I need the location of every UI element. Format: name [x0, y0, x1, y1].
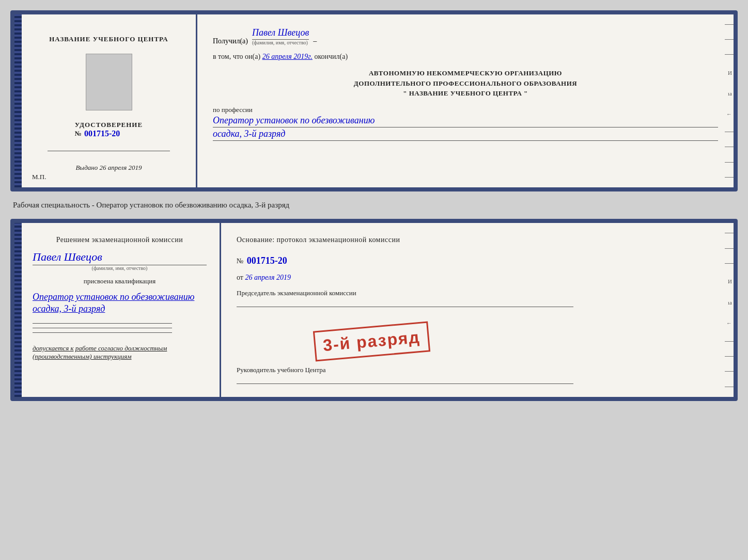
line-separator-1 — [48, 151, 170, 151]
chairman-label: Председатель экзаменационной комиссии — [237, 289, 718, 297]
person-name: Павел Швецов — [33, 250, 207, 265]
dash-1: – — [313, 37, 317, 45]
date-prefix: от — [237, 274, 243, 281]
rank-value-2: осадка, 3-й разряд — [33, 303, 207, 314]
right-edge-decoration-2: И ıа ← — [723, 223, 734, 397]
org-line3: " НАЗВАНИЕ УЧЕБНОГО ЦЕНТРА " — [213, 88, 718, 99]
person-subtext: (фамилия, имя, отчество) — [33, 265, 207, 271]
left-binding-1 — [14, 14, 22, 187]
photo-placeholder — [86, 54, 132, 110]
confirm-suffix: окончил(а) — [314, 53, 348, 60]
cert-label: УДОСТОВЕРЕНИЕ — [75, 121, 143, 129]
director-label: Руководитель учебного Центра — [237, 366, 718, 374]
director-sig-line — [237, 383, 573, 384]
confirm-prefix: в том, что он(а) — [213, 53, 260, 60]
doc2-right-panel: Основание: протокол экзаменационной коми… — [221, 223, 734, 397]
stamp: 3-й разряд — [313, 321, 430, 361]
допускается-prefix: допускается к — [33, 344, 74, 352]
issued-date-value: 26 апреля 2019 — [99, 164, 142, 171]
org-line2: ДОПОЛНИТЕЛЬНОГО ПРОФЕССИОНАЛЬНОГО ОБРАЗО… — [213, 78, 718, 89]
cert-prefix: № — [75, 130, 82, 138]
recipient-name-wrapper: Павел Швецов (фамилия, имя, отчество) — [252, 27, 309, 45]
doc1-training-center-title: НАЗВАНИЕ УЧЕБНОГО ЦЕНТРА — [49, 35, 168, 43]
recipient-subtext: (фамилия, имя, отчество) — [252, 40, 308, 45]
commission-title: Решением экзаменационной комиссии — [33, 236, 207, 244]
recipient-name: Павел Швецов — [252, 27, 309, 40]
protocol-prefix: № — [237, 257, 244, 265]
rank-value-1: осадка, 3-й разряд — [213, 129, 718, 141]
certificate-card-2: Решением экзаменационной комиссии Павел … — [10, 219, 738, 401]
basis-title: Основание: протокол экзаменационной коми… — [237, 236, 718, 244]
qualification-value: Оператор установок по обезвоживанию — [33, 292, 207, 302]
cert-number-block: УДОСТОВЕРЕНИЕ № 001715-20 — [75, 121, 143, 138]
protocol-date-block: от 26 апреля 2019 — [237, 274, 718, 282]
org-line1: АВТОНОМНУЮ НЕКОММЕРЧЕСКУЮ ОРГАНИЗАЦИЮ — [213, 68, 718, 78]
certificate-card-1: НАЗВАНИЕ УЧЕБНОГО ЦЕНТРА УДОСТОВЕРЕНИЕ №… — [10, 10, 738, 191]
protocol-date: 26 апреля 2019 — [245, 274, 290, 281]
confirm-date: 26 апреля 2019г. — [262, 53, 313, 60]
received-label: Получил(а) — [213, 37, 248, 45]
issued-label: Выдано — [75, 164, 98, 171]
confirm-line: в том, что он(а) 26 апреля 2019г. окончи… — [213, 53, 718, 61]
qualification-label: присвоена квалификация — [33, 277, 207, 285]
signature-lines-left — [33, 323, 207, 333]
profession-label: по профессии — [213, 106, 718, 114]
mp-label: М.П. — [32, 173, 46, 181]
допускается-block: допускается к работе согласно должностны… — [33, 344, 207, 361]
doc1-left-panel: НАЗВАНИЕ УЧЕБНОГО ЦЕНТРА УДОСТОВЕРЕНИЕ №… — [22, 14, 197, 187]
qualification-block: Оператор установок по обезвоживанию осад… — [33, 292, 207, 314]
doc1-right-panel: Получил(а) Павел Швецов (фамилия, имя, о… — [197, 14, 734, 187]
specialty-text: Рабочая специальность - Оператор установ… — [10, 201, 738, 210]
protocol-number: 001715-20 — [247, 255, 287, 266]
doc2-left-panel: Решением экзаменационной комиссии Павел … — [14, 223, 221, 397]
profession-block: по профессии Оператор установок по обезв… — [213, 106, 718, 141]
stamp-text: 3-й разряд — [322, 328, 421, 355]
chairman-sig-line — [237, 307, 573, 307]
org-block: АВТОНОМНУЮ НЕКОММЕРЧЕСКУЮ ОРГАНИЗАЦИЮ ДО… — [213, 68, 718, 99]
person-name-block: Павел Швецов (фамилия, имя, отчество) — [33, 250, 207, 271]
right-edge-decoration-1: И ıа ← — [723, 14, 734, 187]
cert-number: 001715-20 — [84, 129, 120, 138]
issued-date-block: Выдано 26 апреля 2019 — [75, 164, 142, 172]
profession-value: Оператор установок по обезвоживанию — [213, 115, 718, 127]
